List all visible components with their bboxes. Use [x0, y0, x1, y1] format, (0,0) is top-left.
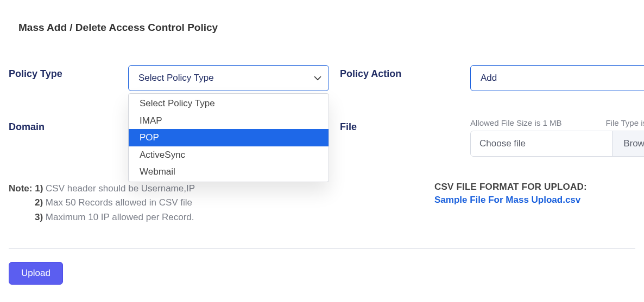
csv-info: CSV FILE FORMAT FOR UPLOAD: Sample File … — [434, 182, 630, 205]
policy-type-option-imap[interactable]: IMAP — [129, 112, 329, 130]
file-name-display: Choose file — [471, 131, 612, 156]
policy-type-select[interactable]: Select Policy Type — [128, 65, 329, 91]
policy-type-select-wrap: Select Policy Type Select Policy Type IM… — [128, 65, 329, 91]
file-field-group: Allowed File Size is 1 MB File Type is :… — [470, 118, 644, 157]
note-item-2: Max 50 Records allowed in CSV file — [46, 197, 192, 208]
file-size-hint: Allowed File Size is 1 MB — [470, 118, 561, 127]
note-bullet-3: 3) — [35, 212, 46, 222]
policy-type-label: Policy Type — [9, 65, 117, 91]
chevron-down-icon — [314, 75, 321, 81]
divider — [9, 248, 635, 249]
note-label: Note: — [9, 183, 32, 194]
policy-type-dropdown: Select Policy Type IMAP POP ActiveSync W… — [128, 93, 329, 182]
domain-label: Domain — [9, 118, 117, 157]
policy-type-selected-value: Select Policy Type — [138, 73, 214, 83]
note-block: Note: 1) CSV header should be Username,I… — [9, 182, 195, 224]
note-item-3: Maximum 10 IP allowed per Record. — [46, 212, 194, 222]
policy-type-option-select-policy-type[interactable]: Select Policy Type — [129, 95, 329, 112]
policy-action-select-wrap: Add — [470, 65, 644, 91]
browse-button[interactable]: Browse — [612, 131, 644, 156]
policy-action-label: Policy Action — [340, 65, 459, 91]
policy-type-option-pop[interactable]: POP — [129, 129, 329, 146]
page-title: Mass Add / Delete Access Control Policy — [18, 22, 635, 34]
file-type-hint: File Type is : csv — [605, 118, 644, 127]
file-control[interactable]: Choose file Browse — [470, 131, 644, 157]
policy-type-option-webmail[interactable]: Webmail — [129, 163, 329, 181]
file-helpers: Allowed File Size is 1 MB File Type is :… — [470, 118, 644, 127]
note-item-1: CSV header should be Username,IP — [46, 183, 195, 194]
policy-action-selected-value: Add — [481, 73, 497, 83]
note-bullet-1: 1) — [35, 183, 46, 194]
file-label: File — [340, 118, 459, 157]
csv-format-title: CSV FILE FORMAT FOR UPLOAD: — [434, 182, 630, 192]
policy-type-option-activesync[interactable]: ActiveSync — [129, 146, 329, 164]
note-bullet-2: 2) — [35, 197, 46, 208]
sample-file-link[interactable]: Sample File For Mass Upload.csv — [434, 195, 630, 205]
upload-button[interactable]: Upload — [9, 262, 63, 285]
form-grid: Policy Type Select Policy Type Select Po… — [9, 65, 635, 157]
policy-action-select[interactable]: Add — [470, 65, 644, 91]
info-row: Note: 1) CSV header should be Username,I… — [9, 182, 635, 224]
